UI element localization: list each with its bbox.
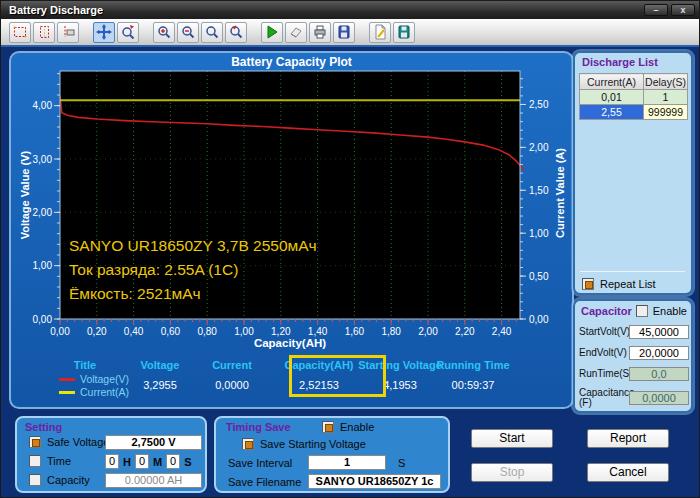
zoom-in-button[interactable] (153, 22, 175, 43)
legend-label: Voltage(V) (80, 373, 129, 385)
stat-value: 0,0000 (212, 379, 252, 391)
safe-voltage-field[interactable]: 2,7500 V (105, 435, 202, 450)
zoom-search-button[interactable] (201, 22, 223, 43)
current-cell[interactable]: 2,55 (580, 105, 644, 120)
safe-voltage-checkbox[interactable] (29, 436, 41, 448)
capacitor-field[interactable]: 45,0000 (629, 325, 689, 339)
x-tick-label: 0,80 (197, 326, 217, 337)
stat-header: Running Time (436, 359, 509, 371)
y-left-tick-label: 1,00 (33, 260, 53, 271)
stat-header: Voltage (141, 359, 180, 371)
legend-label: Current(A) (80, 386, 129, 398)
save-filename-label: Save Filename (228, 476, 301, 488)
current-cell[interactable]: 0,01 (580, 90, 644, 105)
pan-icon (96, 24, 112, 40)
delay-cell[interactable]: 999999 (644, 105, 688, 120)
stop-button[interactable]: Stop (471, 463, 553, 482)
table-row[interactable]: 2,55999999 (580, 105, 688, 120)
x-tick-label: 1,60 (345, 326, 365, 337)
y-left-tick-label: 0,00 (33, 314, 53, 325)
cursor-values-button[interactable] (57, 22, 79, 43)
close-button[interactable]: x (671, 4, 695, 16)
capacity-checkbox[interactable] (29, 474, 41, 486)
time-hours-field[interactable]: 0 (105, 454, 119, 469)
capacitor-enable-checkbox[interactable] (636, 305, 648, 317)
zoom-dynamic-button[interactable] (117, 22, 139, 43)
table-row[interactable]: 0,011 (580, 90, 688, 105)
save-icon (336, 24, 352, 40)
battery-capacity-plot[interactable]: 0,000,200,400,600,801,001,201,401,601,80… (11, 53, 576, 353)
divider (580, 271, 685, 272)
y-left-tick-label: 4,00 (33, 100, 53, 111)
app-window: Battery Discharge – x Battery Capacity P… (0, 0, 700, 498)
timing-save-panel: Timing Save Enable Save Starting Voltage… (214, 416, 450, 493)
zoom-rect-button[interactable] (33, 22, 55, 43)
minimize-button[interactable]: – (644, 4, 668, 16)
title-bar: Battery Discharge – x (1, 1, 699, 19)
repeat-list-label: Repeat List (600, 278, 656, 290)
cursor-values-icon (60, 24, 76, 40)
discharge-list-panel: Discharge List Current(A)Delay(S) 0,0112… (573, 51, 693, 295)
time-minutes-field[interactable]: 0 (135, 454, 149, 469)
time-checkbox[interactable] (29, 455, 41, 467)
print-button[interactable] (309, 22, 331, 43)
time-label: Time (47, 455, 71, 467)
column-header[interactable]: Delay(S) (644, 74, 688, 90)
save-starting-voltage-checkbox[interactable] (242, 438, 254, 450)
save-interval-field[interactable]: 1 (308, 455, 386, 470)
timing-save-enable-label: Enable (340, 421, 374, 433)
capacitor-field-label: EndVolt(V) (579, 348, 627, 358)
capacitor-field[interactable]: 20,0000 (629, 346, 689, 360)
timing-save-title: Timing Save (226, 421, 291, 433)
start-button[interactable]: Start (471, 429, 553, 448)
y-right-tick-label: 0,50 (529, 271, 549, 282)
run-button[interactable] (261, 22, 283, 43)
capacitor-field[interactable]: 0,0 (629, 367, 689, 381)
legend-swatch (59, 391, 75, 394)
capacity-highlight-box (289, 355, 386, 397)
zoom-window-button[interactable] (9, 22, 31, 43)
save-file-icon (396, 24, 412, 40)
right-axis-label: Current Value (A) (554, 148, 566, 238)
x-tick-label: 0,40 (124, 326, 144, 337)
repeat-list-checkbox[interactable] (582, 278, 594, 290)
save-file-button[interactable] (393, 22, 415, 43)
x-tick-label: 2,40 (492, 326, 512, 337)
safe-voltage-label: Safe Voltage (47, 436, 109, 448)
capacity-field[interactable]: 0.00000 AH (105, 473, 202, 488)
save-interval-label: Save Interval (228, 457, 292, 469)
minutes-unit: M (153, 456, 162, 468)
erase-button[interactable] (285, 22, 307, 43)
erase-icon (288, 24, 304, 40)
zoom-out-button[interactable] (177, 22, 199, 43)
report-file-button[interactable] (369, 22, 391, 43)
discharge-table[interactable]: Current(A)Delay(S) 0,0112,55999999 (579, 73, 688, 120)
print-icon (312, 24, 328, 40)
hours-unit: H (123, 456, 131, 468)
cancel-button[interactable]: Cancel (587, 463, 669, 482)
column-header[interactable]: Current(A) (580, 74, 644, 90)
save-interval-unit: S (398, 457, 405, 469)
x-tick-label: 1,80 (381, 326, 401, 337)
save-button[interactable] (333, 22, 355, 43)
left-axis-label: Voltage Value (V) (19, 151, 31, 239)
stat-value: 00:59:37 (436, 379, 509, 391)
setting-title: Setting (25, 421, 62, 433)
timing-save-enable-checkbox[interactable] (322, 421, 334, 433)
time-seconds-field[interactable]: 0 (166, 454, 180, 469)
delay-cell[interactable]: 1 (644, 90, 688, 105)
report-button[interactable]: Report (587, 429, 669, 448)
run-icon (264, 24, 280, 40)
x-tick-label: 2,20 (455, 326, 475, 337)
capacitor-field[interactable]: 0,0000 (629, 391, 689, 405)
y-right-tick-label: 1,00 (529, 228, 549, 239)
zoom-revert-button[interactable] (225, 22, 247, 43)
chart-annotation: SANYO UR18650ZY 3,7В 2550мАч (69, 237, 317, 254)
chart-annotation: Ток разряда: 2.55A (1С) (69, 261, 238, 278)
x-axis-label: Capacity(AH) (60, 337, 520, 349)
y-right-tick-label: 2,50 (529, 99, 549, 110)
discharge-list-title: Discharge List (582, 56, 658, 68)
save-filename-field[interactable]: SANYO UR18650ZY 1c (308, 474, 441, 489)
capacitor-enable-label: Enable (653, 305, 687, 317)
pan-button[interactable] (93, 22, 115, 43)
